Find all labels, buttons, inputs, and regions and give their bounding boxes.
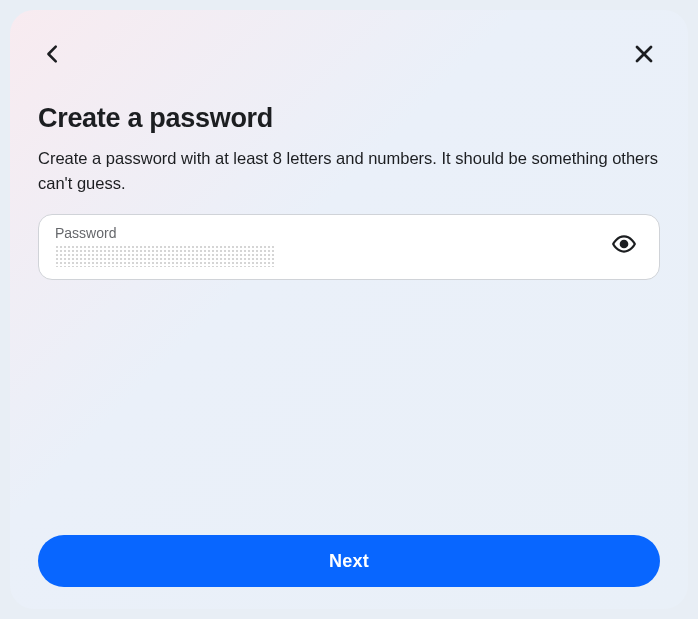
password-field-wrapper[interactable]: Password (38, 214, 660, 280)
close-icon (632, 42, 656, 69)
eye-icon (611, 231, 637, 260)
svg-point-2 (621, 241, 628, 248)
password-field-inner: Password (55, 225, 595, 267)
page-title: Create a password (38, 103, 660, 134)
toggle-password-visibility-button[interactable] (605, 225, 643, 266)
close-button[interactable] (628, 38, 660, 73)
next-button[interactable]: Next (38, 535, 660, 587)
password-label: Password (55, 225, 595, 241)
page-description: Create a password with at least 8 letter… (38, 146, 660, 196)
create-password-card: Create a password Create a password with… (10, 10, 688, 609)
back-button[interactable] (38, 39, 68, 72)
top-bar (38, 38, 660, 73)
back-arrow-icon (42, 43, 64, 68)
password-input[interactable] (55, 245, 275, 267)
spacer (38, 280, 660, 536)
